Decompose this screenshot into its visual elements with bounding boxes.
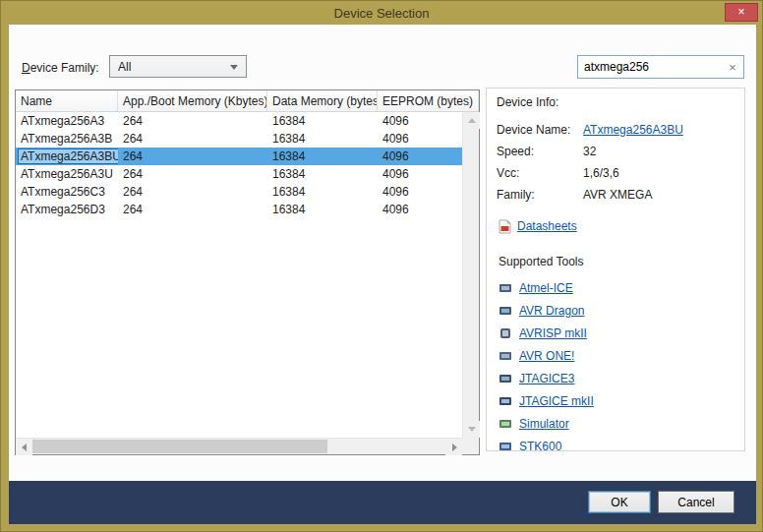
cell-memory: 264: [118, 148, 267, 165]
avr-one-icon: [499, 350, 512, 362]
stk600-icon: [499, 441, 512, 452]
vcc-value: 1,6/3,6: [583, 166, 619, 180]
device-family-value: All: [118, 60, 131, 74]
tool-link[interactable]: STK600: [519, 440, 561, 452]
cell-name: ATxmega256A3: [21, 114, 104, 128]
cell-name: ATxmega256A3BU: [18, 148, 118, 164]
tool-row: AVR ONE!: [497, 344, 734, 367]
cell-name: ATxmega256A3B: [21, 132, 112, 146]
table-row[interactable]: ATxmega256C3 264 16384 4096: [16, 183, 462, 201]
close-icon: ×: [737, 5, 744, 19]
family-row: Family: AVR XMEGA: [497, 188, 734, 209]
tool-row: AVR Dragon: [497, 299, 734, 322]
scroll-right-icon[interactable]: [445, 439, 462, 455]
cell-memory: 264: [118, 183, 267, 201]
search-input[interactable]: [578, 60, 722, 74]
tool-row: AVRISP mkII: [497, 322, 734, 344]
datasheets-row: Datasheets: [499, 215, 734, 237]
atmel-ice-icon: [499, 282, 512, 294]
cell-memory: 264: [118, 130, 267, 148]
horizontal-scrollbar[interactable]: [16, 438, 462, 454]
table-row[interactable]: ATxmega256A3U 264 16384 4096: [16, 165, 462, 183]
cell-data-memory: 16384: [267, 165, 378, 183]
cell-eeprom: 4096: [378, 201, 462, 218]
dialog-footer: OK Cancel: [9, 481, 756, 524]
table-body: ATxmega256A3 264 16384 4096 ATxmega256A3…: [16, 112, 462, 438]
simulator-icon: [499, 418, 512, 430]
cell-eeprom: 4096: [378, 130, 462, 148]
device-selection-dialog: Device Selection × Device Family: All × …: [0, 0, 763, 532]
jtagice-mkii-icon: [499, 395, 512, 407]
cell-data-memory: 16384: [267, 183, 378, 201]
cell-memory: 264: [118, 165, 267, 183]
avr-dragon-icon: [499, 305, 512, 317]
tool-row: Atmel-ICE: [497, 276, 734, 299]
scrollbar-thumb[interactable]: [32, 440, 327, 453]
cell-memory: 264: [118, 201, 267, 218]
cell-data-memory: 16384: [267, 201, 378, 218]
device-family-label: Device Family:: [22, 61, 99, 75]
scroll-up-icon[interactable]: [463, 112, 480, 129]
cell-data-memory: 16384: [267, 112, 378, 130]
vcc-row: Vcc: 1,6/3,6: [497, 166, 734, 188]
column-header-name[interactable]: Name: [16, 90, 118, 112]
tool-row: JTAGICE3: [497, 367, 734, 389]
tool-link[interactable]: JTAGICE3: [519, 372, 574, 385]
table-row[interactable]: ATxmega256A3B 264 16384 4096: [16, 130, 462, 148]
device-info-panel: Device Info: Device Name: ATxmega256A3BU…: [486, 88, 745, 451]
table-row[interactable]: ATxmega256D3 264 16384 4096: [16, 201, 462, 218]
avrisp-mkii-icon: [499, 327, 512, 339]
tool-link[interactable]: Simulator: [519, 417, 569, 431]
vertical-scrollbar[interactable]: [462, 112, 479, 438]
vcc-label: Vcc:: [497, 166, 583, 180]
column-header-memory[interactable]: App./Boot Memory (Kbytes): [118, 90, 267, 112]
column-header-data-memory[interactable]: Data Memory (bytes): [267, 90, 378, 112]
cell-eeprom: 4096: [378, 148, 462, 165]
titlebar: Device Selection ×: [1, 1, 762, 25]
cell-eeprom: 4096: [378, 165, 462, 183]
dialog-content: Device Family: All × Name App./Boot Memo…: [9, 25, 756, 483]
datasheets-link[interactable]: Datasheets: [517, 219, 577, 233]
close-button[interactable]: ×: [725, 3, 758, 22]
tool-row: JTAGICE mkII: [497, 389, 734, 412]
family-label: Family:: [497, 188, 583, 202]
column-header-eeprom[interactable]: EEPROM (bytes): [378, 90, 479, 112]
cell-memory: 264: [118, 112, 267, 130]
pdf-icon: [499, 219, 511, 234]
cancel-button[interactable]: Cancel: [658, 491, 734, 513]
device-name-link[interactable]: ATxmega256A3BU: [583, 123, 683, 137]
scrollbar-corner: [462, 438, 479, 454]
speed-row: Speed: 32: [497, 145, 734, 166]
family-value: AVR XMEGA: [583, 188, 652, 202]
table-row[interactable]: ATxmega256A3 264 16384 4096: [16, 112, 462, 130]
cell-data-memory: 16384: [267, 148, 378, 165]
tool-link[interactable]: AVR ONE!: [519, 349, 574, 363]
table-header: Name App./Boot Memory (Kbytes) Data Memo…: [16, 90, 479, 112]
ok-button[interactable]: OK: [588, 491, 651, 513]
clear-search-icon[interactable]: ×: [722, 60, 743, 75]
supported-tools-title: Supported Tools: [499, 255, 734, 268]
dialog-title: Device Selection: [334, 6, 430, 21]
tool-link[interactable]: JTAGICE mkII: [519, 394, 594, 408]
tool-link[interactable]: Atmel-ICE: [519, 281, 573, 295]
speed-value: 32: [583, 145, 596, 158]
chevron-down-icon: [230, 65, 238, 70]
cell-data-memory: 16384: [267, 130, 378, 148]
scroll-left-icon[interactable]: [16, 439, 32, 455]
search-box: ×: [577, 55, 744, 79]
tool-link[interactable]: AVR Dragon: [519, 304, 584, 318]
device-table: Name App./Boot Memory (Kbytes) Data Memo…: [15, 89, 480, 455]
jtagice3-icon: [499, 373, 512, 384]
cell-name: ATxmega256A3U: [21, 167, 113, 181]
tool-row: STK600: [497, 435, 734, 451]
device-name-label: Device Name:: [497, 123, 583, 137]
cell-eeprom: 4096: [378, 183, 462, 201]
table-row-selected[interactable]: ATxmega256A3BU 264 16384 4096: [16, 148, 462, 165]
cell-name: ATxmega256D3: [21, 203, 105, 216]
device-family-dropdown[interactable]: All: [109, 55, 247, 78]
scroll-down-icon[interactable]: [463, 421, 480, 438]
tool-link[interactable]: AVRISP mkII: [519, 326, 587, 340]
device-info-title: Device Info:: [497, 95, 734, 109]
speed-label: Speed:: [497, 145, 583, 158]
tool-row: Simulator: [497, 412, 734, 435]
